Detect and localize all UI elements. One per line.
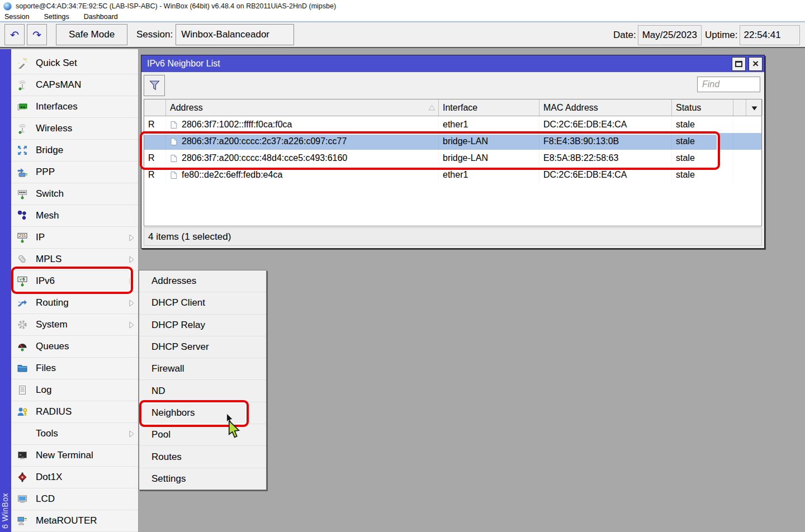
sidebar-item-files[interactable]: Files bbox=[11, 358, 138, 379]
menubar-item-settings[interactable]: Settings bbox=[44, 13, 69, 21]
switch-icon bbox=[16, 188, 29, 200]
sidebar-item-ip[interactable]: 255IP bbox=[11, 227, 138, 249]
sidebar-item-ipv6[interactable]: v6IPv6 bbox=[11, 270, 138, 292]
page-icon bbox=[170, 171, 178, 179]
undo-button[interactable]: ↶ bbox=[4, 24, 25, 45]
table-row[interactable]: R2806:3f7:a200:cccc:48d4:cce5:c493:6160b… bbox=[144, 150, 761, 167]
svg-text:>_: >_ bbox=[20, 453, 24, 457]
redo-button[interactable]: ↷ bbox=[27, 24, 47, 45]
row-trailing-space bbox=[733, 150, 763, 167]
column-header-label: Status bbox=[676, 103, 701, 113]
submenu-item-settings[interactable]: Settings bbox=[139, 468, 266, 490]
submenu-item-label: ND bbox=[151, 386, 165, 397]
sidebar-item-metarouter[interactable]: MetaROUTER bbox=[11, 510, 138, 532]
submenu-item-firewall[interactable]: Firewall bbox=[139, 358, 266, 380]
quick-set-icon bbox=[16, 58, 29, 69]
column-header-mac[interactable]: MAC Address bbox=[539, 99, 672, 116]
submenu-item-neighbors[interactable]: Neighbors bbox=[139, 402, 266, 424]
session-field[interactable]: Winbox-Balanceador bbox=[176, 24, 294, 45]
maximize-button[interactable] bbox=[732, 57, 746, 71]
window-title: IPv6 Neighbor List bbox=[147, 59, 729, 69]
submenu-item-dhcp-relay[interactable]: DHCP Relay bbox=[139, 315, 266, 336]
submenu-item-label: Routes bbox=[151, 452, 182, 463]
sidebar-item-capsman[interactable]: CAPsMAN bbox=[11, 74, 138, 96]
row-address: 2806:3f7:a200:cccc:48d4:cce5:c493:6160 bbox=[166, 150, 439, 167]
submenu-item-dhcp-server[interactable]: DHCP Server bbox=[139, 336, 266, 358]
sidebar-item-lcd[interactable]: LCD bbox=[11, 488, 138, 510]
filter-button[interactable] bbox=[144, 75, 165, 96]
table-row[interactable]: 2806:3f7:a200:cccc:2c37:a226:c097:cc77br… bbox=[144, 133, 761, 150]
svg-text:6: 6 bbox=[22, 277, 25, 282]
sidebar-item-interfaces[interactable]: Interfaces bbox=[11, 96, 138, 118]
menubar-item-session[interactable]: Session bbox=[4, 13, 29, 21]
submenu-item-nd[interactable]: ND bbox=[139, 380, 266, 402]
submenu-item-label: Addresses bbox=[151, 276, 196, 287]
routing-icon bbox=[16, 297, 29, 308]
column-header-interface[interactable]: Interface bbox=[439, 99, 539, 116]
sidebar-item-label: Switch bbox=[36, 188, 64, 200]
sidebar-item-quick-set[interactable]: Quick Set bbox=[11, 53, 138, 74]
window-titlebar[interactable]: IPv6 Neighbor List × bbox=[141, 55, 764, 72]
sidebar-item-label: Wireless bbox=[36, 123, 72, 134]
sidebar-item-system[interactable]: System bbox=[11, 314, 138, 336]
sidebar-item-mpls[interactable]: MPLS bbox=[11, 249, 138, 270]
sidebar-item-log[interactable]: Log bbox=[11, 379, 138, 401]
sidebar-item-label: PPP bbox=[36, 167, 55, 178]
sidebar-item-wireless[interactable]: Wireless bbox=[11, 118, 138, 140]
mesh-icon bbox=[16, 210, 29, 221]
sidebar: Quick SetCAPsMANInterfacesWirelessBridge… bbox=[11, 49, 139, 532]
menubar-item-dashboard[interactable]: Dashboard bbox=[84, 13, 118, 21]
sidebar-item-radius[interactable]: RADIUS bbox=[11, 401, 138, 423]
row-mac-address: DC:2C:6E:DB:E4:CA bbox=[539, 167, 672, 183]
row-interface: ether1 bbox=[439, 167, 539, 183]
close-icon: × bbox=[752, 58, 759, 69]
submenu-item-addresses[interactable]: Addresses bbox=[139, 270, 266, 292]
neighbor-table: AddressInterfaceMAC AddressStatus R2806:… bbox=[144, 99, 762, 226]
safe-mode-button[interactable]: Safe Mode bbox=[56, 24, 127, 45]
maximize-icon bbox=[735, 61, 742, 67]
sidebar-item-label: IP bbox=[36, 232, 45, 243]
address-text: 2806:3f7:a200:cccc:2c37:a226:c097:cc77 bbox=[182, 136, 347, 146]
sidebar-item-switch[interactable]: Switch bbox=[11, 183, 138, 205]
menubar: SessionSettingsDashboard bbox=[0, 12, 805, 22]
sidebar-item-bridge[interactable]: Bridge bbox=[11, 140, 138, 162]
submenu-item-routes[interactable]: Routes bbox=[139, 446, 266, 468]
ipv6-icon: v6 bbox=[16, 276, 29, 287]
submenu-item-label: DHCP Relay bbox=[151, 320, 205, 331]
submenu-item-label: DHCP Server bbox=[151, 341, 209, 353]
row-address: 2806:3f7:a200:cccc:2c37:a226:c097:cc77 bbox=[166, 133, 439, 150]
sidebar-item-label: MPLS bbox=[36, 254, 61, 265]
sidebar-item-ppp[interactable]: PPP bbox=[11, 162, 138, 183]
sidebar-item-label: CAPsMAN bbox=[36, 79, 81, 91]
row-status: stale bbox=[672, 133, 733, 150]
submenu-item-pool[interactable]: Pool bbox=[139, 424, 266, 446]
submenu-item-label: Pool bbox=[151, 429, 171, 440]
column-picker-button[interactable] bbox=[746, 99, 763, 116]
chevron-right-icon bbox=[129, 256, 134, 263]
redo-icon: ↷ bbox=[32, 28, 41, 41]
submenu-item-dhcp-client[interactable]: DHCP Client bbox=[139, 292, 266, 314]
undo-icon: ↶ bbox=[10, 28, 19, 41]
sidebar-item-queues[interactable]: Queues bbox=[11, 336, 138, 358]
close-button[interactable]: × bbox=[749, 57, 763, 71]
mpls-icon bbox=[16, 254, 29, 265]
column-header-address[interactable]: Address bbox=[166, 99, 439, 116]
find-input[interactable] bbox=[697, 77, 760, 92]
sidebar-item-mesh[interactable]: Mesh bbox=[11, 205, 138, 227]
column-header-flag[interactable] bbox=[144, 99, 166, 116]
sidebar-item-new-terminal[interactable]: >_New Terminal bbox=[11, 445, 138, 467]
column-header-spacer[interactable] bbox=[733, 99, 746, 116]
table-row[interactable]: R2806:3f7:1002::ffff:f0ca:f0caether1DC:2… bbox=[144, 116, 761, 133]
app-titlebar: soporte@C4:AD:34:7E:92:5C (LAB-ISP-ABC) … bbox=[0, 0, 805, 12]
winbox-app-icon bbox=[3, 2, 12, 11]
table-row[interactable]: Rfe80::de2c:6eff:fedb:e4caether1DC:2C:6E… bbox=[144, 167, 761, 183]
sidebar-item-routing[interactable]: Routing bbox=[11, 292, 138, 314]
sidebar-item-dot1x[interactable]: Dot1X bbox=[11, 467, 138, 488]
brand-text: 6 WinBox bbox=[1, 493, 10, 529]
dropdown-arrow-icon bbox=[751, 103, 757, 113]
sidebar-item-tools[interactable]: Tools bbox=[11, 423, 138, 445]
column-header-status[interactable]: Status bbox=[672, 99, 733, 116]
row-status: stale bbox=[672, 116, 733, 133]
capsman-icon bbox=[16, 79, 29, 91]
page-icon bbox=[170, 121, 178, 129]
